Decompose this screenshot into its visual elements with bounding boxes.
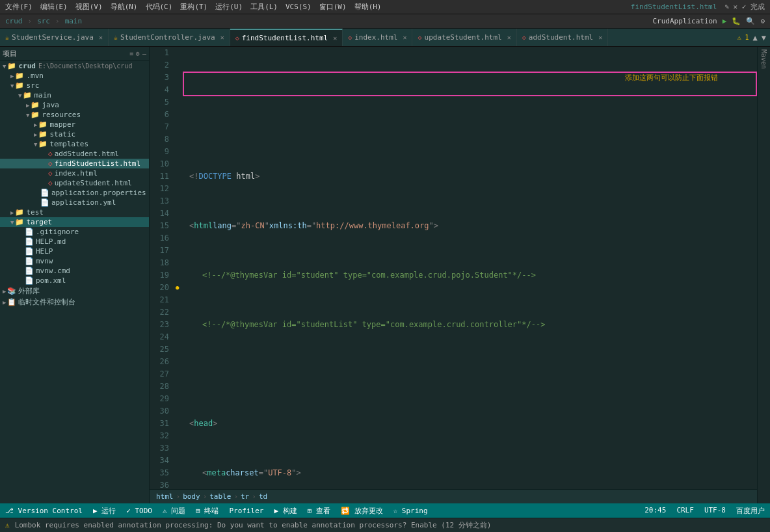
menu-file[interactable]: 文件(F)	[5, 2, 33, 12]
breadcrumb-html[interactable]: html	[156, 492, 174, 501]
tab-bar: ☕ StudentService.java ✕ ☕ StudentControl…	[0, 29, 770, 47]
menu-edit[interactable]: 编辑(E)	[40, 2, 68, 12]
tab-student-service[interactable]: ☕ StudentService.java ✕	[0, 29, 109, 46]
project-sidebar: 项目 ≡ ⚙ — ▼ 📁 crud E:\Documets\Desktop\cr…	[0, 47, 150, 503]
tree-label: static	[49, 130, 75, 139]
tree-item-mapper[interactable]: ▶ 📁 mapper	[0, 120, 149, 129]
tree-item-find-student-html[interactable]: ◇ findStudentList.html	[0, 159, 149, 168]
menu-run[interactable]: 运行(U)	[215, 2, 243, 12]
tree-item-templates[interactable]: ▼ 📁 templates	[0, 139, 149, 149]
status-todo[interactable]: ✓ TODO	[126, 507, 152, 515]
status-build[interactable]: ▶ 构建	[274, 506, 297, 516]
tree-item-app-yml[interactable]: 📄 application.yml	[0, 198, 149, 207]
breadcrumb-td[interactable]: td	[259, 492, 267, 501]
sidebar-icon-2[interactable]: ⚙	[136, 50, 140, 57]
menu-view[interactable]: 视图(V)	[75, 2, 103, 12]
right-panel-label[interactable]: Maven	[760, 49, 767, 69]
menu-navigate[interactable]: 导航(N)	[111, 2, 138, 12]
close-index-tab[interactable]: ✕	[403, 34, 406, 41]
tree-label: 外部库	[18, 286, 40, 296]
tree-item-main[interactable]: ▼ 📁 main	[0, 90, 149, 100]
status-vcs[interactable]: ⎇ Version Control	[5, 507, 83, 515]
debug-button[interactable]: 🐛	[732, 17, 741, 25]
html-icon-4: ◇	[522, 34, 526, 41]
tree-item-mvn[interactable]: ▶ 📁 .mvn	[0, 71, 149, 81]
expand-arrow: ▼	[18, 92, 21, 99]
scroll-up[interactable]: ▲	[753, 33, 758, 42]
tree-item-test[interactable]: ▶ 📁 test	[0, 207, 149, 217]
warning-icon: ⚠ 1	[737, 34, 749, 41]
html-icon: ◇	[48, 159, 53, 168]
menu-vcs[interactable]: VCS(S)	[285, 3, 312, 11]
tree-item-external-libs[interactable]: ▶ 📚 外部库	[0, 286, 149, 297]
breadcrumb-crud[interactable]: crud	[5, 17, 23, 25]
menu-window[interactable]: 窗口(W)	[319, 2, 347, 12]
close-update-tab[interactable]: ✕	[507, 34, 511, 41]
breadcrumb-tr[interactable]: tr	[241, 492, 249, 501]
run-button[interactable]: ▶	[723, 17, 727, 25]
tab-add-student[interactable]: ◇ addStudent.html ✕	[517, 29, 608, 46]
code-line-4: <!--/*@thymesVar id="studentList" type="…	[189, 319, 757, 331]
tab-index[interactable]: ◇ index.html ✕	[343, 29, 412, 46]
settings-icon[interactable]: ⚙	[760, 17, 765, 25]
code-container[interactable]: 1 2 3 4 5 6 7 8 9 10 11 12 13 14 15 16 1…	[150, 47, 757, 489]
tree-item-gitignore[interactable]: 📄 .gitignore	[0, 227, 149, 237]
sidebar-icon-1[interactable]: ≡	[129, 50, 133, 57]
project-title: findStudentList.html	[631, 3, 717, 11]
expand-arrow: ▶	[3, 299, 6, 306]
tree-item-app-properties[interactable]: 📄 application.properties	[0, 188, 149, 198]
status-inspect[interactable]: ⊞ 查看	[308, 506, 330, 516]
tree-label: .gitignore	[36, 228, 79, 236]
menu-code[interactable]: 代码(C)	[146, 2, 173, 12]
tree-item-src[interactable]: ▼ 📁 src	[0, 81, 149, 90]
tree-item-java[interactable]: ▶ 📁 java	[0, 100, 149, 110]
menu-help[interactable]: 帮助(H)	[354, 2, 382, 12]
menu-tools[interactable]: 工具(L)	[250, 2, 278, 12]
tree-item-add-student-html[interactable]: ◇ addStudent.html	[0, 149, 149, 159]
status-problems[interactable]: ⚠ 问题	[163, 506, 185, 516]
tree-item-mvnw[interactable]: 📄 mvnw	[0, 256, 149, 266]
breadcrumb-src[interactable]: src	[37, 17, 50, 25]
status-run[interactable]: ▶ 运行	[93, 506, 116, 516]
tree-item-help-md[interactable]: 📄 HELP.md	[0, 237, 149, 246]
status-spring[interactable]: ☆ Spring	[393, 507, 428, 515]
tree-item-mvnw-cmd[interactable]: 📄 mvnw.cmd	[0, 266, 149, 276]
tree-label: updateStudent.html	[55, 179, 132, 187]
tab-label-index: index.html	[354, 33, 397, 42]
close-add-tab[interactable]: ✕	[598, 34, 602, 41]
tab-student-controller[interactable]: ☕ StudentController.java ✕	[109, 29, 230, 46]
tab-find-student-list[interactable]: ◇ findStudentList.html ✕	[230, 29, 343, 46]
expand-arrow: ▶	[10, 209, 14, 216]
status-revert[interactable]: 🔁 放弃更改	[341, 506, 383, 516]
tree-label: mapper	[49, 120, 75, 129]
tree-item-index-html[interactable]: ◇ index.html	[0, 168, 149, 178]
tree-item-pom-xml[interactable]: 📄 pom.xml	[0, 276, 149, 286]
tree-item-temp-files[interactable]: ▶ 📋 临时文件和控制台	[0, 297, 149, 308]
tree-item-resources[interactable]: ▼ 📁 resources	[0, 110, 149, 120]
breadcrumb-table[interactable]: table	[209, 492, 231, 501]
close-service-tab[interactable]: ✕	[99, 34, 103, 41]
expand-arrow: ▼	[10, 83, 14, 89]
menu-refactor[interactable]: 重构(T)	[180, 2, 207, 12]
code-content[interactable]: 添加这两句可以防止下面报错 <!DOCTYPE html> <html lang…	[186, 47, 757, 489]
tree-item-help[interactable]: 📄 HELP	[0, 246, 149, 256]
tree-item-crud[interactable]: ▼ 📁 crud E:\Documets\Desktop\crud	[0, 61, 149, 71]
tree-item-static[interactable]: ▶ 📁 static	[0, 129, 149, 139]
scroll-down[interactable]: ▼	[762, 33, 766, 42]
tree-item-target[interactable]: ▼ 📁 target	[0, 217, 149, 227]
breadcrumb-body[interactable]: body	[183, 492, 200, 501]
top-menubar: 文件(F) 编辑(E) 视图(V) 导航(N) 代码(C) 重构(T) 运行(U…	[0, 0, 770, 14]
close-find-tab[interactable]: ✕	[333, 34, 337, 42]
tree-label: application.yml	[51, 198, 116, 207]
search-icon[interactable]: 🔍	[746, 17, 755, 25]
tree-label: java	[42, 101, 59, 109]
status-terminal[interactable]: ⊞ 终端	[196, 506, 219, 516]
tree-label: index.html	[55, 169, 98, 178]
tab-update-student[interactable]: ◇ updateStudent.html ✕	[412, 29, 516, 46]
sidebar-icon-3[interactable]: —	[142, 50, 146, 57]
code-line-5	[189, 368, 757, 380]
breadcrumb-main[interactable]: main	[65, 17, 83, 25]
status-profiler[interactable]: Profiler	[229, 507, 263, 515]
tree-item-update-student-html[interactable]: ◇ updateStudent.html	[0, 178, 149, 188]
close-controller-tab[interactable]: ✕	[220, 34, 224, 41]
